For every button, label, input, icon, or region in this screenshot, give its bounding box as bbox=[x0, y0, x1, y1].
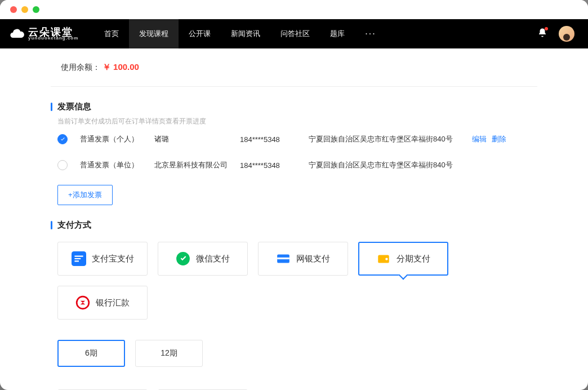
nav-items: 首页 发现课程 公开课 新闻资讯 问答社区 题库 ··· bbox=[94, 19, 386, 48]
invoice-name: 诸璐 bbox=[154, 134, 228, 144]
nav-more[interactable]: ··· bbox=[355, 19, 386, 48]
pay-label: 支付宝支付 bbox=[92, 254, 134, 264]
edit-link[interactable]: 编辑 bbox=[472, 135, 487, 143]
balance-label: 使用余额： bbox=[61, 63, 100, 72]
installment-terms: 6期 12期 bbox=[51, 340, 537, 367]
top-navigation: 云朵课堂 yunduoketang.com 首页 发现课程 公开课 新闻资讯 问… bbox=[0, 19, 588, 48]
nav-right bbox=[537, 26, 574, 42]
main-content: 使用余额： ￥ 100.00 发票信息 当前订单支付成功后可在订单详情页查看开票… bbox=[0, 48, 588, 390]
notification-bell-icon[interactable] bbox=[537, 28, 547, 40]
pay-alipay[interactable]: 支付宝支付 bbox=[57, 242, 148, 276]
svg-point-5 bbox=[385, 258, 387, 260]
logo-subtitle: yunduoketang.com bbox=[28, 36, 78, 41]
term-12[interactable]: 12期 bbox=[135, 340, 203, 367]
radio-selected-icon[interactable] bbox=[57, 134, 68, 144]
invoice-address: 宁夏回族自治区吴忠市红寺堡区幸福街840号 bbox=[309, 134, 453, 144]
invoice-type: 普通发票（单位） bbox=[80, 160, 142, 170]
mac-titlebar bbox=[0, 0, 588, 19]
nav-qa[interactable]: 问答社区 bbox=[270, 19, 320, 48]
balance-amount: ￥ 100.00 bbox=[103, 62, 139, 72]
balance-row: 使用余额： ￥ 100.00 bbox=[51, 48, 537, 87]
svg-point-6 bbox=[77, 296, 89, 309]
invoice-row-personal[interactable]: 普通发票（个人） 诸璐 184****5348 宁夏回族自治区吴忠市红寺堡区幸福… bbox=[51, 126, 537, 152]
pay-label: 网银支付 bbox=[296, 254, 330, 264]
cloud-icon bbox=[9, 26, 25, 42]
minimize-dot[interactable] bbox=[21, 6, 28, 13]
bank-icon bbox=[75, 295, 90, 310]
invoice-actions: 编辑 删除 bbox=[472, 134, 510, 144]
invoice-subtitle: 当前订单支付成功后可在订单详情页查看开票进度 bbox=[51, 117, 537, 126]
invoice-title: 发票信息 bbox=[51, 101, 537, 112]
invoice-address: 宁夏回族自治区吴忠市红寺堡区幸福街840号 bbox=[309, 160, 453, 170]
maximize-dot[interactable] bbox=[33, 6, 39, 13]
radio-unselected-icon[interactable] bbox=[57, 160, 68, 170]
add-invoice-button[interactable]: +添加发票 bbox=[57, 185, 113, 205]
invoice-section: 发票信息 当前订单支付成功后可在订单详情页查看开票进度 普通发票（个人） 诸璐 … bbox=[51, 101, 537, 205]
user-avatar[interactable] bbox=[559, 26, 574, 42]
nav-open-course[interactable]: 公开课 bbox=[179, 19, 221, 48]
payment-methods: 支付宝支付 微信支付 网银支付 bbox=[51, 242, 537, 320]
nav-discover[interactable]: 发现课程 bbox=[129, 19, 179, 48]
nav-home[interactable]: 首页 bbox=[94, 19, 129, 48]
payment-title: 支付方式 bbox=[51, 220, 537, 231]
bankcard-icon bbox=[276, 251, 291, 266]
pay-label: 微信支付 bbox=[196, 254, 230, 264]
pay-wechat[interactable]: 微信支付 bbox=[158, 242, 248, 276]
svg-rect-3 bbox=[277, 258, 289, 259]
invoice-type: 普通发票（个人） bbox=[80, 134, 142, 144]
delete-link[interactable]: 删除 bbox=[492, 135, 506, 143]
app-window: 云朵课堂 yunduoketang.com 首页 发现课程 公开课 新闻资讯 问… bbox=[0, 0, 588, 390]
nav-bank[interactable]: 题库 bbox=[320, 19, 355, 48]
wallet-icon bbox=[376, 251, 391, 266]
wechat-icon bbox=[176, 251, 190, 266]
nav-news[interactable]: 新闻资讯 bbox=[221, 19, 270, 48]
invoice-phone: 184****5348 bbox=[240, 135, 296, 144]
invoice-name: 北京昱新科技有限公司 bbox=[154, 160, 228, 170]
pay-netbank[interactable]: 网银支付 bbox=[258, 242, 348, 276]
invoice-row-company[interactable]: 普通发票（单位） 北京昱新科技有限公司 184****5348 宁夏回族自治区吴… bbox=[51, 152, 537, 178]
brand-logo[interactable]: 云朵课堂 yunduoketang.com bbox=[9, 26, 78, 42]
pay-bankwire[interactable]: 银行汇款 bbox=[57, 286, 148, 320]
invoice-phone: 184****5348 bbox=[240, 161, 296, 170]
pay-label: 分期支付 bbox=[397, 254, 430, 264]
payment-section: 支付方式 支付宝支付 微信支付 bbox=[51, 220, 537, 390]
pay-label: 银行汇款 bbox=[96, 298, 130, 308]
term-6[interactable]: 6期 bbox=[57, 340, 125, 367]
close-dot[interactable] bbox=[10, 6, 17, 13]
pay-installment[interactable]: 分期支付 bbox=[358, 242, 448, 276]
alipay-icon bbox=[72, 251, 86, 266]
